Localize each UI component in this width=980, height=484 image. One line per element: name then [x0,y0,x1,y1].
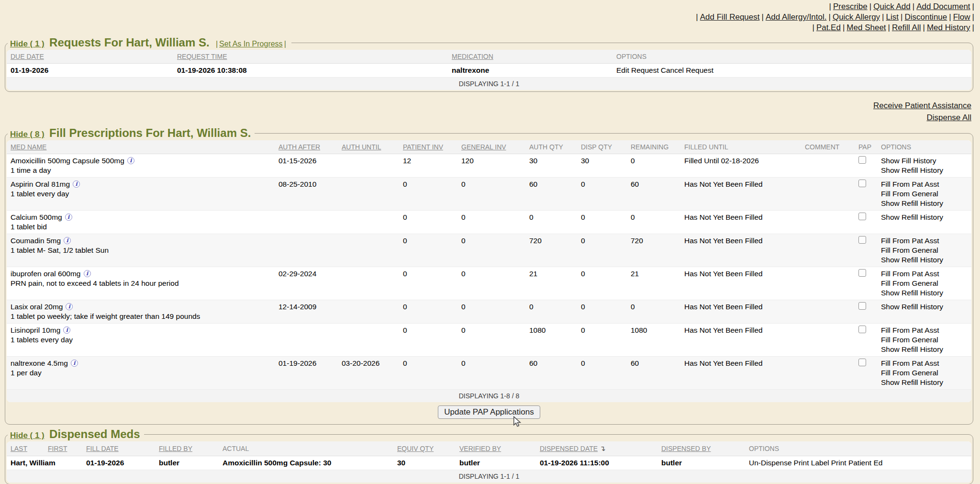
column-header-med-name[interactable]: MED NAME [7,140,275,154]
separator: | [882,12,884,22]
column-header-due-date[interactable]: DUE DATE [7,50,173,64]
column-header-last[interactable]: LAST [7,441,44,456]
pap-checkbox[interactable] [858,180,866,187]
requests-hide-link[interactable]: Hide ( 1 ) [10,39,45,48]
fill-hide-link[interactable]: Hide ( 8 ) [10,130,45,139]
column-header-dispensed-date[interactable]: DISPENSED DATE↴ [536,441,657,456]
column-header-request-time[interactable]: REQUEST TIME [173,50,448,64]
fill-prescriptions-table: MED NAME AUTH AFTER AUTH UNTIL PATIENT I… [7,140,971,402]
option-link[interactable]: Show Refill History [881,378,968,387]
nav-link-add-allergy-intol[interactable]: Add Allergy/Intol. [766,12,827,22]
column-header-filled-by[interactable]: FILLED BY [155,441,219,456]
column-header-comment: COMMENT [801,140,855,154]
pap-checkbox[interactable] [858,302,866,310]
nav-link-flow[interactable]: Flow [953,12,970,22]
column-header-medication[interactable]: MEDICATION [448,50,612,64]
auth-after-cell: 01-19-2026 [275,357,338,390]
option-link[interactable]: Show Refill History [881,199,968,208]
dispensed-legend: Hide ( 1 ) Dispensed Meds [8,428,144,441]
options-cell: Fill From Pat Asst Fill From General Sho… [877,178,971,211]
option-link[interactable]: Show Refill History [881,166,968,175]
info-icon[interactable]: i [73,180,80,188]
pap-cell [855,324,877,357]
nav-link-list[interactable]: List [886,12,899,22]
table-row: Hart, William 01-19-2026 butler Amoxicil… [7,456,971,470]
update-pap-applications-button[interactable]: Update PAP Applications [438,405,540,419]
separator: | [949,12,951,22]
column-header-patient-inv[interactable]: PATIENT INV [399,140,457,154]
pap-checkbox[interactable] [858,359,866,366]
patient-name-cell: Hart, William [7,456,82,470]
edit-request-link[interactable]: Edit Request [616,66,659,74]
filled-by-cell: butler [155,456,219,470]
option-link[interactable]: Fill From General [881,368,968,378]
nav-link-med-sheet[interactable]: Med Sheet [846,23,886,32]
auth-until-cell [338,234,399,267]
option-link[interactable]: Fill From General [881,335,968,345]
column-header-verified-by[interactable]: VERIFIED BY [456,441,536,456]
nav-link-med-history[interactable]: Med History [927,23,970,32]
option-link[interactable]: Fill From General [881,189,968,199]
auth-qty-cell: 720 [525,234,577,267]
column-header-dispensed-by[interactable]: DISPENSED BY [657,441,745,456]
option-link[interactable]: Show Refill History [881,288,968,298]
option-link[interactable]: Show Refill History [881,302,968,312]
option-link[interactable]: Fill From Pat Asst [881,269,968,279]
option-link[interactable]: Show Refill History [881,345,968,354]
un-dispense-link[interactable]: Un-Dispense [749,459,792,467]
nav-link-discontinue[interactable]: Discontinue [904,12,947,22]
pap-checkbox[interactable] [858,326,866,333]
info-icon[interactable]: i [127,157,134,164]
receive-patient-assistance-link[interactable]: Receive Patient Assistance [0,100,971,112]
column-header-auth-after[interactable]: AUTH AFTER [275,140,338,154]
dispensed-hide-link[interactable]: Hide ( 1 ) [10,431,45,440]
option-link[interactable]: Show Fill History [881,156,968,166]
nav-link-refill-all[interactable]: Refill All [892,23,921,32]
auth-until-cell [338,211,399,234]
option-link[interactable]: Show Refill History [881,255,968,265]
info-icon[interactable]: i [65,214,72,221]
column-header-fill-date[interactable]: FILL DATE [82,441,155,456]
cancel-request-link[interactable]: Cancel Request [661,66,713,74]
info-icon[interactable]: i [64,237,71,244]
due-date-cell: 01-19-2026 [7,64,173,78]
column-header-auth-until[interactable]: AUTH UNTIL [338,140,399,154]
displaying-status: DISPLAYING 1-1 / 1 [7,470,971,483]
nav-link-quick-add[interactable]: Quick Add [873,2,911,11]
patient-inv-cell: 0 [399,234,457,267]
nav-link-pat-ed[interactable]: Pat.Ed [816,23,841,32]
pap-checkbox[interactable] [858,236,866,244]
fill-header-row: MED NAME AUTH AFTER AUTH UNTIL PATIENT I… [7,140,971,154]
print-patient-ed-link[interactable]: Print Patient Ed [831,459,883,467]
option-link[interactable]: Fill From Pat Asst [881,180,968,189]
nav-link-add-document[interactable]: Add Document [916,2,970,11]
auth-after-cell [275,324,338,357]
set-as-in-progress-link[interactable]: Set As In Progress [219,40,283,48]
column-header-equiv-qty[interactable]: EQUIV QTY [393,441,456,456]
option-link[interactable]: Fill From General [881,279,968,288]
med-name: Coumadin 5mg [11,236,61,245]
pap-checkbox[interactable] [858,156,866,164]
med-name-cell: ibuprofen oral 600mgi PRN pain, not to e… [7,267,275,300]
info-icon[interactable]: i [71,360,78,367]
print-label-link[interactable]: Print Label [794,459,829,467]
option-link[interactable]: Fill From Pat Asst [881,359,968,368]
info-icon[interactable]: i [63,326,70,334]
option-link[interactable]: Fill From General [881,246,968,255]
auth-after-cell: 12-14-2009 [275,300,338,324]
pap-checkbox[interactable] [858,269,866,277]
dispense-all-link[interactable]: Dispense All [0,112,971,124]
pap-checkbox[interactable] [858,213,866,220]
option-link[interactable]: Fill From Pat Asst [881,326,968,335]
column-header-first[interactable]: FIRST [44,441,82,456]
info-icon[interactable]: i [84,270,91,277]
option-link[interactable]: Fill From Pat Asst [881,236,968,246]
info-icon[interactable]: i [66,303,73,310]
nav-link-prescribe[interactable]: Prescribe [833,2,868,11]
options-cell: Fill From Pat Asst Fill From General Sho… [877,357,971,390]
med-directions: 1 time a day [11,166,271,175]
nav-link-quick-allergy[interactable]: Quick Allergy [833,12,880,22]
option-link[interactable]: Show Refill History [881,213,968,222]
column-header-general-inv[interactable]: GENERAL INV [457,140,525,154]
nav-link-add-fill-request[interactable]: Add Fill Request [700,12,760,22]
